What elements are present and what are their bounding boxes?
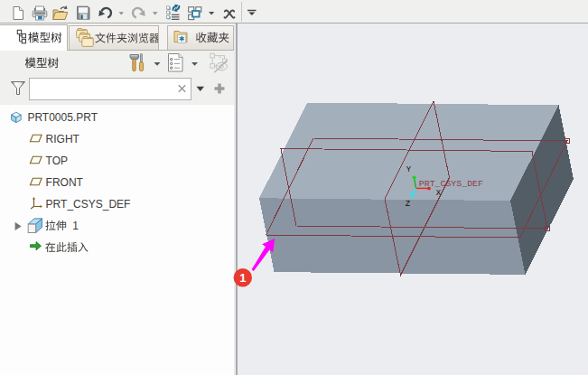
- svg-text:1: 1: [72, 220, 79, 232]
- svg-text:PRT_CSYS_DEF: PRT_CSYS_DEF: [419, 179, 483, 189]
- svg-text:Z: Z: [406, 200, 411, 209]
- svg-text:PRT_CSYS_DEF: PRT_CSYS_DEF: [46, 198, 131, 211]
- svg-text:RIGHT: RIGHT: [46, 133, 80, 145]
- svg-text:X: X: [436, 189, 442, 198]
- svg-text:1: 1: [239, 271, 246, 285]
- svg-text:FRONT: FRONT: [46, 176, 84, 189]
- svg-text:PRT0005.PRT: PRT0005.PRT: [27, 111, 98, 124]
- svg-text:Y: Y: [406, 165, 412, 174]
- svg-text:TOP: TOP: [46, 155, 68, 167]
